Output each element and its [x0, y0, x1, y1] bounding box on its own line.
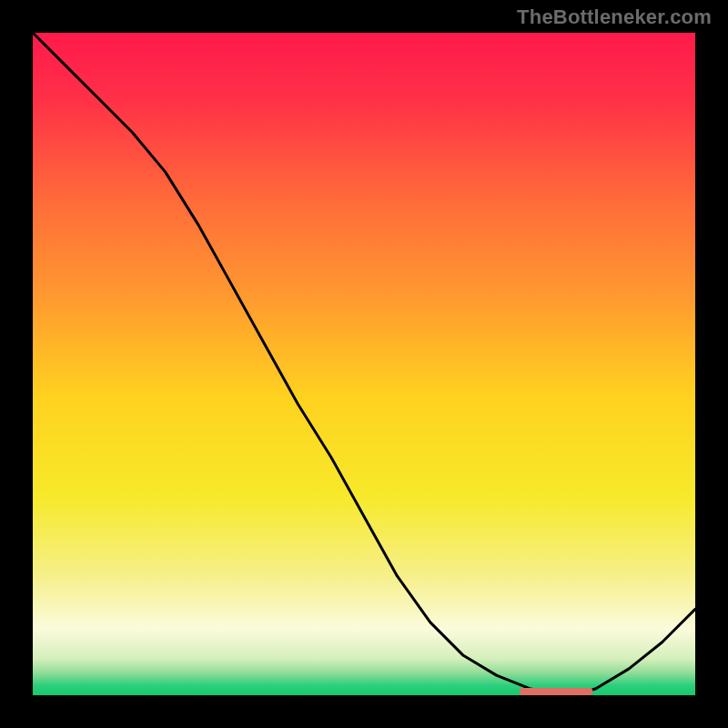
plot-area	[33, 33, 695, 695]
chart-svg	[33, 33, 695, 695]
attribution-label: TheBottleneker.com	[517, 5, 712, 29]
chart-container: TheBottleneker.com	[0, 0, 728, 728]
